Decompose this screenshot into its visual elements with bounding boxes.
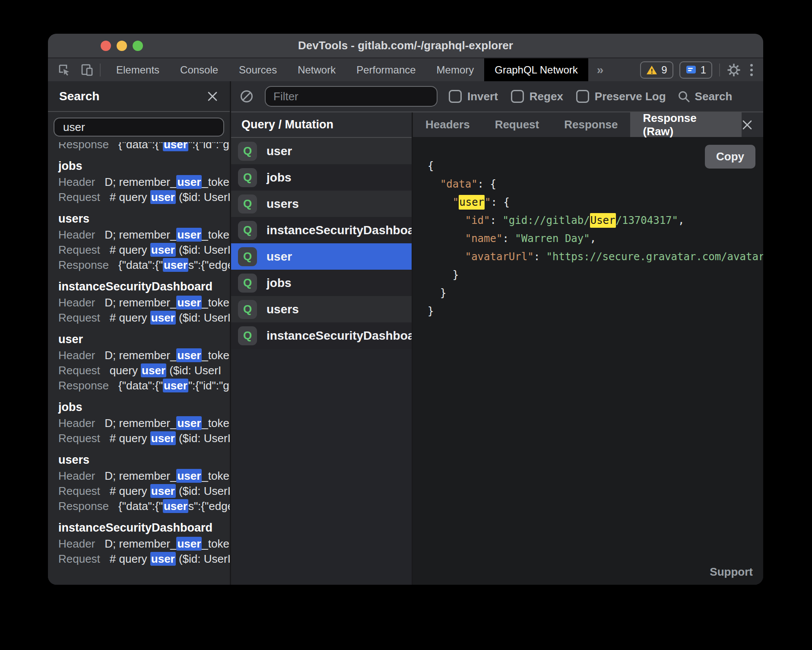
- match-highlight: user: [150, 190, 176, 204]
- badge-separator: [719, 64, 720, 76]
- result-text: # query: [110, 191, 150, 204]
- search-result-line[interactable]: Request# query user ($id: UserI: [58, 484, 230, 499]
- json-line: "data": {: [428, 175, 763, 193]
- minimize-window-button[interactable]: [117, 41, 127, 51]
- result-text: s":{"edges: [188, 500, 230, 513]
- query-row-instancesecuritydashboard[interactable]: QinstanceSecurityDashboard: [231, 217, 412, 243]
- query-row-instancesecuritydashboard[interactable]: QinstanceSecurityDashboard: [231, 322, 412, 349]
- checkbox-invert[interactable]: Invert: [449, 90, 498, 103]
- search-result-line[interactable]: Response{"data":{"user":{"id":"gid: [58, 378, 230, 393]
- json-token: "avatarUrl": [465, 251, 534, 263]
- network-search-button[interactable]: Search: [677, 90, 733, 103]
- detail-tab-response[interactable]: Response: [552, 112, 630, 137]
- json-response-view[interactable]: { "data": { "user": { "id": "gid://gitla…: [428, 157, 763, 320]
- search-result-line[interactable]: Request# query user ($id: UserI: [58, 310, 230, 325]
- search-results-list[interactable]: Response{"data":{"user":{"id":"gidjobsHe…: [48, 142, 230, 585]
- issues-count: 1: [701, 64, 706, 76]
- close-detail-icon[interactable]: [742, 119, 753, 131]
- search-result-label: Header: [58, 349, 95, 362]
- device-toolbar-icon[interactable]: [80, 63, 95, 77]
- clear-filter-icon[interactable]: [240, 89, 254, 103]
- search-result-line[interactable]: HeaderD; remember_user_token=e: [58, 348, 230, 363]
- json-line: "name": "Warren Day",: [428, 229, 763, 248]
- close-window-button[interactable]: [101, 41, 111, 51]
- search-result-line[interactable]: Request# query user ($id: UserI: [58, 190, 230, 205]
- match-highlight: user: [150, 243, 176, 257]
- query-list[interactable]: QuserQjobsQusersQinstanceSecurityDashboa…: [231, 138, 412, 585]
- query-row-user[interactable]: Quser: [231, 138, 412, 164]
- search-result-line[interactable]: HeaderD; remember_user_token=e: [58, 536, 230, 551]
- search-result-group: instanceSecurityDashboardHeaderD; rememb…: [58, 279, 230, 325]
- devtools-tab-network[interactable]: Network: [287, 58, 346, 81]
- search-result-line[interactable]: HeaderD; remember_user_token=e: [58, 295, 230, 310]
- json-token: {: [428, 160, 434, 172]
- more-tabs-button[interactable]: »: [588, 58, 612, 81]
- search-result-line[interactable]: HeaderD; remember_user_token=e: [58, 416, 230, 431]
- search-result-line[interactable]: Request# query user ($id: UserI: [58, 431, 230, 446]
- result-text: ($id: UserI: [176, 243, 230, 256]
- support-link[interactable]: Support: [710, 565, 753, 579]
- close-search-panel-icon[interactable]: [206, 90, 219, 102]
- result-text: ($id: UserI: [166, 364, 221, 377]
- query-mutation-panel: Query / Mutation QuserQjobsQusersQinstan…: [231, 112, 413, 585]
- copy-button[interactable]: Copy: [705, 145, 755, 169]
- query-row-jobs[interactable]: Qjobs: [231, 164, 412, 191]
- query-row-users[interactable]: Qusers: [231, 296, 412, 322]
- detail-tab-headers[interactable]: Headers: [413, 112, 482, 137]
- search-result-line[interactable]: HeaderD; remember_user_token=e: [58, 468, 230, 484]
- search-result-line[interactable]: Response{"data":{"user":{"id":"gid: [58, 142, 230, 152]
- query-row-label: instanceSecurityDashboard: [266, 223, 412, 237]
- search-result-label: Header: [58, 228, 95, 241]
- devtools-tab-console[interactable]: Console: [170, 58, 228, 81]
- search-result-line[interactable]: Response{"data":{"users":{"edges: [58, 258, 230, 273]
- devtools-tab-elements[interactable]: Elements: [106, 58, 170, 81]
- kebab-menu-icon[interactable]: [747, 63, 754, 77]
- query-type-badge: Q: [238, 300, 257, 319]
- result-text: _token=e: [202, 417, 230, 430]
- search-input[interactable]: [54, 118, 224, 137]
- match-highlight: user: [150, 552, 176, 566]
- search-panel: Search Response{"data":{"user":{"id":"gi…: [48, 81, 231, 585]
- match-highlight: user: [163, 142, 188, 151]
- zoom-window-button[interactable]: [133, 41, 143, 51]
- json-highlight: user: [459, 195, 485, 210]
- detail-tab-request[interactable]: Request: [482, 112, 552, 137]
- devtools-window: DevTools - gitlab.com/-/graphql-explorer…: [48, 34, 763, 585]
- query-type-badge: Q: [238, 221, 257, 240]
- devtools-tab-memory[interactable]: Memory: [426, 58, 485, 81]
- network-search-label: Search: [695, 90, 733, 103]
- query-type-badge: Q: [238, 142, 257, 161]
- warnings-badge[interactable]: 9: [640, 61, 673, 79]
- regex-checkbox-icon: [511, 90, 524, 103]
- issues-badge[interactable]: 1: [679, 61, 712, 79]
- result-text: D; remember_: [105, 175, 176, 188]
- preserve-log-checkbox-icon: [576, 90, 589, 103]
- settings-gear-icon[interactable]: [727, 63, 741, 77]
- query-row-users[interactable]: Qusers: [231, 191, 412, 217]
- search-result-line[interactable]: Requestquery user ($id: UserI: [58, 363, 230, 378]
- query-type-badge: Q: [238, 326, 257, 345]
- json-token: }: [428, 287, 446, 299]
- query-row-user[interactable]: Quser: [231, 243, 412, 270]
- search-result-line[interactable]: HeaderD; remember_user_token=e: [58, 227, 230, 242]
- search-result-line[interactable]: HeaderD; remember_user_token=e: [58, 175, 230, 190]
- detail-tab-response-raw[interactable]: Response (Raw): [630, 112, 742, 137]
- devtools-tab-sources[interactable]: Sources: [228, 58, 287, 81]
- filter-input[interactable]: [265, 86, 438, 107]
- query-row-jobs[interactable]: Qjobs: [231, 270, 412, 296]
- result-text: _token=e: [202, 537, 230, 550]
- query-type-badge: Q: [238, 274, 257, 293]
- search-result-line[interactable]: Response{"data":{"users":{"edges: [58, 499, 230, 514]
- query-mutation-header: Query / Mutation: [231, 112, 412, 138]
- devtools-tab-graphql-network[interactable]: GraphQL Network: [484, 58, 588, 81]
- result-text: s":{"edges: [188, 258, 230, 271]
- search-result-heading: users: [58, 452, 230, 467]
- checkbox-preserve-log[interactable]: Preserve Log: [576, 90, 666, 103]
- search-result-line[interactable]: Request# query user ($id: UserI: [58, 551, 230, 567]
- checkbox-regex[interactable]: Regex: [511, 90, 563, 103]
- search-result-line[interactable]: Request# query user ($id: UserI: [58, 242, 230, 258]
- checkbox-label: Preserve Log: [595, 90, 666, 103]
- devtools-tab-performance[interactable]: Performance: [346, 58, 426, 81]
- inspect-element-icon[interactable]: [57, 63, 71, 77]
- json-token: /13704317": [616, 214, 679, 226]
